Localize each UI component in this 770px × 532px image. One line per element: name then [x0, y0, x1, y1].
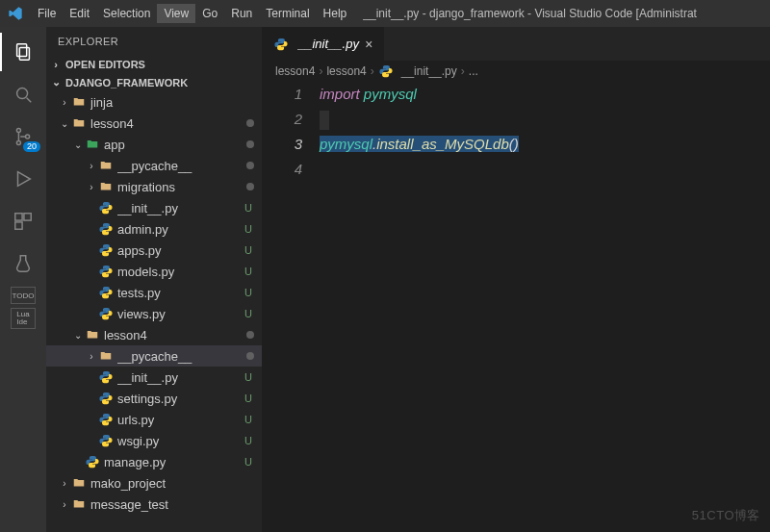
untracked-badge: U	[243, 287, 254, 298]
python-file-icon	[98, 200, 114, 215]
tree-item-mako_project[interactable]: ›mako_project	[46, 472, 262, 494]
window-title: __init__.py - django_framework - Visual …	[355, 7, 762, 20]
folder-icon	[98, 179, 114, 194]
code-content[interactable]: import pymysqlpymysql.install_as_MySQLdb…	[320, 82, 770, 532]
chevron-right-icon: ›	[50, 59, 62, 70]
modified-dot-icon	[246, 183, 254, 190]
file-name: settings.py	[117, 392, 243, 406]
tree-item-__init__-py[interactable]: __init__.pyU	[46, 367, 262, 388]
section-open-editors[interactable]: ›OPEN EDITORS	[46, 56, 262, 73]
python-file-icon	[273, 37, 289, 52]
tree-item-urls-py[interactable]: urls.pyU	[46, 409, 262, 430]
editor: __init__.py × lesson4›lesson4›__init__.p…	[262, 27, 770, 532]
untracked-badge: U	[243, 414, 254, 425]
file-name: message_test	[90, 497, 254, 512]
folder-icon	[71, 496, 87, 512]
sidebar: EXPLORER ›OPEN EDITORS ⌄DJANGO_FRAMEWORK…	[46, 27, 262, 532]
python-file-icon	[98, 306, 114, 321]
folder-icon	[85, 137, 100, 152]
tree-item-settings-py[interactable]: settings.pyU	[46, 388, 262, 409]
activity-source-control-icon[interactable]: 20	[0, 117, 46, 156]
tree-item-wsgi-py[interactable]: wsgi.pyU	[46, 430, 262, 451]
tree-item-views-py[interactable]: views.pyU	[46, 303, 262, 324]
file-name: __pycache__	[117, 349, 246, 364]
menu-file[interactable]: File	[31, 4, 63, 23]
tab-init-py[interactable]: __init__.py ×	[262, 27, 385, 61]
menu-run[interactable]: Run	[224, 4, 259, 23]
python-file-icon	[98, 285, 114, 300]
code-area[interactable]: 1234 import pymysqlpymysql.install_as_My…	[262, 82, 770, 532]
breadcrumb-item[interactable]: ...	[469, 64, 478, 78]
menu-selection[interactable]: Selection	[96, 4, 157, 23]
tree-item-lesson4[interactable]: ⌄lesson4	[46, 113, 262, 134]
untracked-badge: U	[243, 244, 254, 256]
tree-item-__init__-py[interactable]: __init__.pyU	[46, 197, 262, 218]
modified-dot-icon	[246, 162, 254, 169]
modified-dot-icon	[246, 352, 254, 360]
svg-rect-9	[24, 214, 31, 220]
vscode-logo-icon	[8, 6, 23, 21]
close-icon[interactable]: ×	[365, 38, 372, 51]
section-project[interactable]: ⌄DJANGO_FRAMEWORK	[46, 73, 262, 91]
python-file-icon	[98, 242, 114, 258]
breadcrumb-item[interactable]: lesson4	[326, 64, 366, 78]
tree-item-message_test[interactable]: ›message_test	[46, 494, 262, 515]
menu-edit[interactable]: Edit	[63, 4, 96, 23]
breadcrumb-item[interactable]: __init__.py	[401, 64, 457, 78]
activity-extensions-icon[interactable]	[0, 202, 46, 241]
file-name: apps.py	[117, 243, 243, 258]
activity-testing-icon[interactable]	[0, 244, 46, 283]
menu-view[interactable]: View	[157, 4, 195, 23]
breadcrumbs[interactable]: lesson4›lesson4›__init__.py›...	[262, 61, 770, 82]
file-name: __init__.py	[117, 370, 243, 385]
activity-run-icon[interactable]	[0, 160, 46, 198]
svg-point-5	[16, 140, 20, 144]
file-name: __pycache__	[117, 159, 246, 173]
file-name: manage.py	[104, 455, 243, 469]
python-file-icon	[98, 412, 114, 427]
untracked-badge: U	[243, 266, 254, 277]
activity-explorer-icon[interactable]	[0, 33, 46, 71]
tree-item-admin-py[interactable]: admin.pyU	[46, 218, 262, 240]
file-name: __init__.py	[117, 201, 243, 215]
python-file-icon	[98, 369, 114, 385]
python-file-icon	[98, 221, 114, 237]
python-file-icon	[378, 63, 394, 79]
untracked-badge: U	[243, 371, 254, 383]
untracked-badge: U	[243, 308, 254, 319]
folder-icon	[85, 327, 100, 342]
file-tree: ›jinja⌄lesson4⌄app›__pycache__›migration…	[46, 91, 262, 532]
activity-search-icon[interactable]	[0, 75, 46, 114]
modified-dot-icon	[246, 140, 254, 148]
menu-terminal[interactable]: Terminal	[259, 4, 316, 23]
tree-item-__pycache__[interactable]: ›__pycache__	[46, 155, 262, 176]
tree-item-lesson4[interactable]: ⌄lesson4	[46, 324, 262, 345]
folder-icon	[71, 94, 87, 110]
python-file-icon	[98, 391, 114, 406]
activity-todo-icon[interactable]: TODO	[11, 287, 36, 304]
svg-rect-1	[19, 47, 29, 60]
activity-luaide-icon[interactable]: LuaIde	[11, 308, 36, 329]
file-name: tests.py	[117, 286, 243, 300]
breadcrumb-item[interactable]: lesson4	[275, 64, 315, 78]
chevron-down-icon: ⌄	[50, 76, 62, 89]
untracked-badge: U	[243, 456, 254, 468]
folder-icon	[71, 475, 87, 491]
tree-item-tests-py[interactable]: tests.pyU	[46, 282, 262, 303]
untracked-badge: U	[243, 435, 254, 446]
tab-bar: __init__.py ×	[262, 27, 770, 61]
tree-item-manage-py[interactable]: manage.pyU	[46, 451, 262, 472]
tree-item-app[interactable]: ⌄app	[46, 134, 262, 155]
menu-help[interactable]: Help	[317, 4, 354, 23]
tree-item-models-py[interactable]: models.pyU	[46, 261, 262, 282]
tree-item-__pycache__[interactable]: ›__pycache__	[46, 345, 262, 367]
tree-item-migrations[interactable]: ›migrations	[46, 176, 262, 197]
menu-go[interactable]: Go	[195, 4, 224, 23]
tree-item-jinja[interactable]: ›jinja	[46, 91, 262, 113]
file-name: migrations	[117, 180, 246, 194]
file-name: urls.py	[117, 413, 243, 427]
tree-item-apps-py[interactable]: apps.pyU	[46, 240, 262, 261]
folder-icon	[98, 158, 114, 173]
file-name: views.py	[117, 307, 243, 321]
untracked-badge: U	[243, 393, 254, 404]
